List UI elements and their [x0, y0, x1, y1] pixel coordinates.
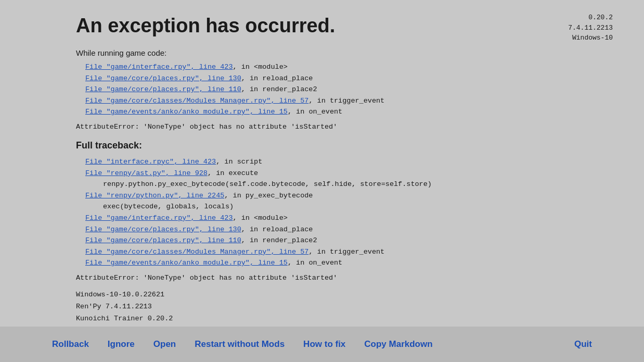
ft-file-rest-8: , in on_event: [288, 259, 342, 267]
restart-without-mods-button[interactable]: Restart without Mods: [195, 339, 285, 349]
sysinfo-line1: Windows-10-10.0.22621: [76, 289, 568, 301]
wr-file-2: File "game/core/places.rpy", line 130, i…: [85, 73, 568, 84]
wr-file-rest-1: , in <module>: [233, 63, 288, 71]
ft-code-1: renpy.python.py_exec_bytecode(self.code.…: [85, 179, 568, 190]
how-to-fix-button[interactable]: How to fix: [303, 339, 345, 349]
quit-button[interactable]: Quit: [574, 339, 592, 349]
wr-file-3: File "game/core/places.rpy", line 110, i…: [85, 84, 568, 95]
ft-file-link-2[interactable]: File "renpy/ast.py", line 928: [85, 169, 208, 177]
sysinfo-line2: Ren'Py 7.4.11.2213: [76, 301, 568, 313]
ft-file-1: File "interface.rpyc", line 423, in scri…: [85, 156, 568, 168]
full-traceback-block: File "interface.rpyc", line 423, in scri…: [76, 156, 568, 269]
footer-bar: Rollback Ignore Open Restart without Mod…: [0, 327, 644, 362]
ft-file-link-7[interactable]: File "game/core/classes/Modules_Manager.…: [85, 248, 308, 256]
wr-file-link-3[interactable]: File "game/core/places.rpy", line 110: [85, 85, 241, 93]
while-running-block: File "game/interface.rpy", line 423, in …: [76, 61, 568, 118]
open-button[interactable]: Open: [153, 339, 176, 349]
wr-file-link-5[interactable]: File "game/events/anko/anko_module.rpy",…: [85, 108, 288, 116]
full-traceback-label: Full traceback:: [76, 140, 568, 151]
ft-file-8: File "game/events/anko/anko_module.rpy",…: [85, 257, 568, 269]
version-line2: 7.4.11.2213: [568, 24, 613, 32]
while-running-label: While running game code:: [76, 48, 568, 57]
ft-file-link-8[interactable]: File "game/events/anko/anko_module.rpy",…: [85, 259, 288, 267]
rollback-button[interactable]: Rollback: [52, 339, 89, 349]
wr-file-link-2[interactable]: File "game/core/places.rpy", line 130: [85, 74, 241, 82]
full-traceback-error: AttributeError: 'NoneType' object has no…: [76, 274, 568, 282]
version-info: 0.20.2 7.4.11.2213 Windows-10: [568, 13, 613, 43]
ft-file-rest-6: , in render_place2: [241, 236, 317, 244]
ft-file-link-1[interactable]: File "interface.rpyc", line 423: [85, 158, 216, 166]
ft-file-link-6[interactable]: File "game/core/places.rpy", line 110: [85, 236, 241, 244]
ft-file-3: File "renpy/python.py", line 2245, in py…: [85, 190, 568, 202]
ft-file-rest-7: , in trigger_event: [308, 248, 384, 256]
sysinfo-line3: Kunoichi Trainer 0.20.2: [76, 313, 568, 325]
ft-file-5: File "game/core/places.rpy", line 130, i…: [85, 224, 568, 235]
copy-markdown-button[interactable]: Copy Markdown: [364, 339, 432, 349]
ft-file-4: File "game/interface.rpy", line 423, in …: [85, 213, 568, 224]
wr-file-4: File "game/core/classes/Modules_Manager.…: [85, 95, 568, 107]
ft-file-rest-1: , in script: [216, 158, 262, 166]
ft-file-2: File "renpy/ast.py", line 928, in execut…: [85, 168, 568, 179]
ft-file-7: File "game/core/classes/Modules_Manager.…: [85, 246, 568, 258]
wr-file-5: File "game/events/anko/anko_module.rpy",…: [85, 106, 568, 118]
wr-file-link-1[interactable]: File "game/interface.rpy", line 423: [85, 63, 233, 71]
ft-file-6: File "game/core/places.rpy", line 110, i…: [85, 235, 568, 246]
ft-file-rest-2: , in execute: [208, 169, 258, 177]
ft-file-link-3[interactable]: File "renpy/python.py", line 2245: [85, 192, 224, 199]
page-title: An exception has occurred.: [76, 15, 568, 37]
wr-file-rest-5: , in on_event: [288, 108, 342, 116]
ft-file-rest-4: , in <module>: [233, 214, 288, 222]
wr-file-rest-4: , in trigger_event: [308, 97, 384, 105]
ft-file-rest-3: , in py_exec_bytecode: [224, 192, 313, 199]
wr-file-rest-2: , in reload_place: [241, 74, 313, 82]
ft-file-rest-5: , in reload_place: [241, 226, 313, 233]
ft-code-2: exec(bytecode, globals, locals): [85, 201, 568, 213]
wr-file-1: File "game/interface.rpy", line 423, in …: [85, 61, 568, 73]
while-running-error: AttributeError: 'NoneType' object has no…: [76, 123, 568, 131]
main-content: An exception has occurred. While running…: [0, 0, 644, 337]
version-line1: 0.20.2: [588, 14, 613, 21]
ignore-button[interactable]: Ignore: [108, 339, 135, 349]
ft-file-link-4[interactable]: File "game/interface.rpy", line 423: [85, 214, 233, 222]
version-line3: Windows-10: [572, 34, 613, 42]
wr-file-rest-3: , in render_place2: [241, 85, 317, 93]
wr-file-link-4[interactable]: File "game/core/classes/Modules_Manager.…: [85, 97, 308, 105]
ft-file-link-5[interactable]: File "game/core/places.rpy", line 130: [85, 226, 241, 233]
